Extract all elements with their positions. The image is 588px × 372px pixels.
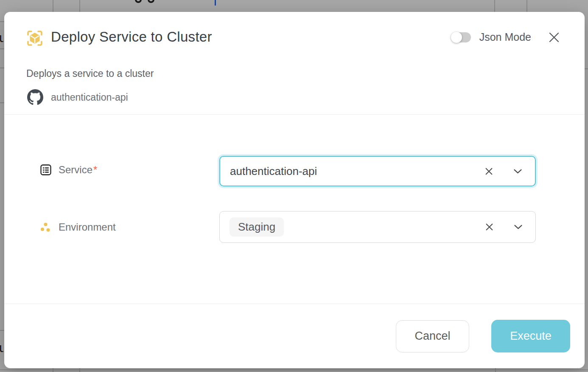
close-icon[interactable] [548,31,560,43]
service-field-label: Service* [40,164,97,176]
environment-field-label: Environment [39,221,116,234]
required-asterisk: * [93,164,97,176]
screen: u u Depl [0,0,588,372]
modal-title: Deploy Service to Cluster [51,29,212,45]
header-divider [4,114,585,115]
service-select[interactable]: authentication-api [219,156,536,186]
service-select-value: authentication-api [220,165,484,178]
list-details-icon [40,164,52,176]
repo-name: authentication-api [51,92,128,103]
json-mode-toggle[interactable] [451,32,471,42]
footer-divider [4,304,585,304]
chevron-down-icon[interactable] [514,225,522,229]
github-icon [27,89,43,105]
modal-description: Deploys a service to a cluster [26,68,154,79]
dots-cluster-icon [39,221,52,234]
execute-button[interactable]: Execute [491,320,570,352]
field-label-text: Service [59,164,92,176]
clear-icon[interactable] [485,223,494,231]
environment-select[interactable]: Staging [219,211,536,243]
cancel-button[interactable]: Cancel [396,320,469,352]
repo-row: authentication-api [27,89,128,105]
footer-actions: Cancel Execute [396,320,570,352]
json-mode-label: Json Mode [479,31,531,43]
deploy-service-modal: Deploy Service to Cluster Json Mode Depl… [4,12,585,368]
chevron-down-icon[interactable] [514,169,522,174]
clear-icon[interactable] [484,167,493,176]
cube-scan-icon [26,30,43,47]
environment-tag: Staging [230,217,284,237]
toggle-knob [451,32,462,43]
field-label-text: Environment [59,221,116,233]
